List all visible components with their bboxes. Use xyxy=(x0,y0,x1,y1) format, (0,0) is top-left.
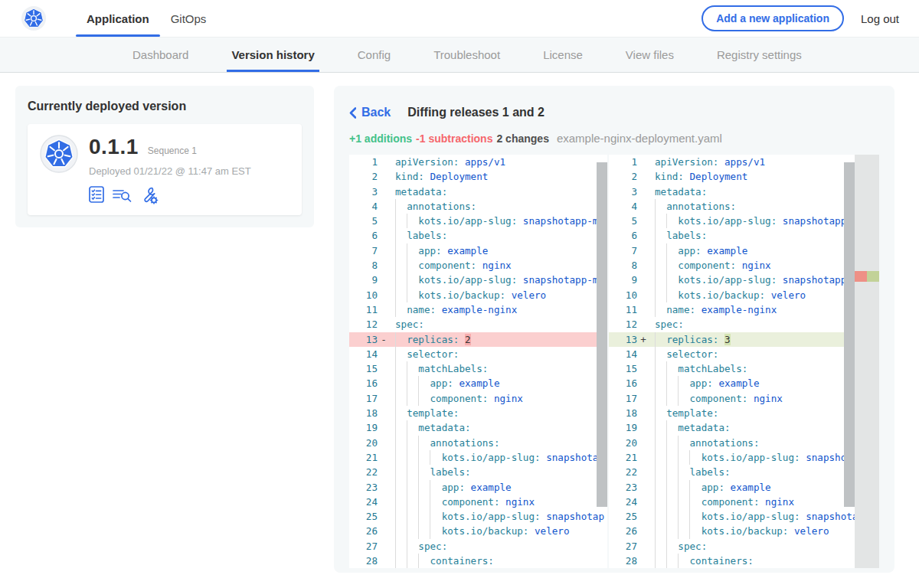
diff-stats: +1 additions -1 subtractions 2 changes e… xyxy=(349,132,879,145)
diff-line: 15 matchLabels: xyxy=(349,361,607,376)
back-button[interactable]: Back xyxy=(349,106,391,119)
app-kubernetes-icon xyxy=(40,135,78,173)
tab-application[interactable]: Application xyxy=(76,0,160,37)
diff-line: 3metadata: xyxy=(349,185,607,199)
diff-line: 10 kots.io/backup: velero xyxy=(349,288,607,302)
diff-line: 25 kots.io/app-slug: snapshotap xyxy=(349,509,607,524)
subnav-item-dashboard[interactable]: Dashboard xyxy=(111,38,210,72)
diff-line: 26 kots.io/backup: velero xyxy=(349,524,607,538)
logout-button[interactable]: Log out xyxy=(861,12,899,25)
diff-overview-ruler[interactable] xyxy=(855,155,879,568)
diff-line: 12spec: xyxy=(349,317,607,332)
diff-line: 22 labels: xyxy=(609,465,855,479)
additions-count: +1 additions xyxy=(349,132,412,145)
diff-line: 22 labels: xyxy=(349,465,607,479)
diff-line: 26 kots.io/backup: velero xyxy=(609,524,855,538)
diff-line: 19 metadata: xyxy=(349,420,607,435)
diff-line: 17 component: nginx xyxy=(609,391,855,406)
changes-count: 2 changes xyxy=(496,132,548,145)
diff-line: 18 template: xyxy=(349,406,607,420)
diff-line: 28 containers: xyxy=(349,554,607,568)
diff-title: Diffing releases 1 and 2 xyxy=(407,106,545,119)
diff-line: 1apiVersion: apps/v1 xyxy=(609,155,855,169)
diff-editors: 1apiVersion: apps/v12kind: Deployment3me… xyxy=(349,155,879,568)
subnav-item-registry-settings[interactable]: Registry settings xyxy=(695,38,823,72)
deploy-logs-icon[interactable] xyxy=(113,186,132,203)
subnav-item-config[interactable]: Config xyxy=(336,38,412,72)
scrollbar-original[interactable] xyxy=(597,162,607,507)
diff-line: 13- replicas: 2 xyxy=(349,332,607,347)
diff-line: 24 component: nginx xyxy=(349,495,607,509)
diff-editor-modified[interactable]: 1apiVersion: apps/v12kind: Deployment3me… xyxy=(609,155,855,568)
diff-line: 1apiVersion: apps/v1 xyxy=(349,155,607,169)
release-notes-icon[interactable] xyxy=(89,186,104,203)
diff-line: 20 annotations: xyxy=(349,436,607,450)
diff-line: 3metadata: xyxy=(609,185,855,199)
ruler-addition-marker xyxy=(867,271,879,282)
release-diff-panel: Back Diffing releases 1 and 2 +1 additio… xyxy=(334,86,894,573)
diff-line: 27 spec: xyxy=(349,539,607,554)
diff-line: 9 kots.io/app-slug: snapshotapp-mu xyxy=(609,273,855,287)
chevron-left-icon xyxy=(349,107,356,119)
diff-line: 28 containers: xyxy=(609,554,855,568)
diff-line: 6 labels: xyxy=(349,228,607,243)
diff-line: 21 kots.io/app-slug: snapshotap xyxy=(349,450,607,465)
subtractions-count: -1 subtractions xyxy=(416,132,492,145)
diff-line: 7 app: example xyxy=(609,243,855,258)
config-icon[interactable] xyxy=(141,186,159,204)
diff-line: 8 component: nginx xyxy=(609,258,855,273)
diff-line: 16 app: example xyxy=(349,376,607,390)
version-number: 0.1.1 xyxy=(89,135,139,159)
diff-filename: example-nginx-deployment.yaml xyxy=(557,132,722,145)
tab-gitops[interactable]: GitOps xyxy=(160,0,217,37)
diff-editor-original[interactable]: 1apiVersion: apps/v12kind: Deployment3me… xyxy=(349,155,607,568)
diff-line: 4 annotations: xyxy=(609,199,855,214)
scrollbar-modified[interactable] xyxy=(844,162,855,507)
diff-line: 17 component: nginx xyxy=(349,391,607,406)
subnav-item-version-history[interactable]: Version history xyxy=(210,38,335,72)
diff-line: 24 component: nginx xyxy=(609,495,855,509)
diff-line: 2kind: Deployment xyxy=(349,169,607,184)
subnav-item-view-files[interactable]: View files xyxy=(604,38,695,72)
diff-line: 12spec: xyxy=(609,317,855,332)
back-label: Back xyxy=(361,106,391,119)
diff-line: 20 annotations: xyxy=(609,436,855,450)
sequence-label: Sequence 1 xyxy=(148,145,197,156)
diff-line: 13+ replicas: 3 xyxy=(609,332,855,347)
diff-line: 4 annotations: xyxy=(349,199,607,214)
primary-tabs: Application GitOps xyxy=(76,0,217,37)
kubernetes-logo-icon xyxy=(21,5,47,31)
diff-line: 11 name: example-nginx xyxy=(349,302,607,317)
diff-line: 25 kots.io/app-slug: snapshotap xyxy=(609,509,855,524)
subnav-item-troubleshoot[interactable]: Troubleshoot xyxy=(412,38,522,72)
app-subnav: Dashboard Version history Config Trouble… xyxy=(0,37,919,73)
diff-line: 5 kots.io/app-slug: snapshotapp-mu xyxy=(349,214,607,228)
diff-line: 19 metadata: xyxy=(609,420,855,435)
diff-line: 18 template: xyxy=(609,406,855,420)
diff-line: 8 component: nginx xyxy=(349,258,607,273)
diff-line: 16 app: example xyxy=(609,376,855,390)
diff-line: 27 spec: xyxy=(609,539,855,554)
diff-line: 6 labels: xyxy=(609,228,855,243)
diff-line: 14 selector: xyxy=(609,347,855,361)
deployed-version-panel: 0.1.1 Sequence 1 Deployed 01/21/22 @ 11:… xyxy=(28,124,302,215)
top-navbar: Application GitOps Add a new application… xyxy=(0,0,919,37)
diff-line: 10 kots.io/backup: velero xyxy=(609,288,855,302)
deployed-card-title: Currently deployed version xyxy=(28,100,302,113)
diff-line: 14 selector: xyxy=(349,347,607,361)
diff-line: 21 kots.io/app-slug: snapshotap xyxy=(609,450,855,465)
deployed-timestamp: Deployed 01/21/22 @ 11:47 am EST xyxy=(89,165,251,177)
diff-line: 9 kots.io/app-slug: snapshotapp-mu xyxy=(349,273,607,287)
add-application-button[interactable]: Add a new application xyxy=(702,5,844,31)
diff-line: 7 app: example xyxy=(349,243,607,258)
currently-deployed-card: Currently deployed version 0.1. xyxy=(15,86,314,227)
diff-line: 15 matchLabels: xyxy=(609,361,855,376)
subnav-item-license[interactable]: License xyxy=(522,38,604,72)
ruler-deletion-marker xyxy=(855,271,867,282)
diff-line: 2kind: Deployment xyxy=(609,169,855,184)
diff-line: 5 kots.io/app-slug: snapshotapp-mu xyxy=(609,214,855,228)
diff-line: 11 name: example-nginx xyxy=(609,302,855,317)
diff-line: 23 app: example xyxy=(349,480,607,495)
diff-line: 23 app: example xyxy=(609,480,855,495)
